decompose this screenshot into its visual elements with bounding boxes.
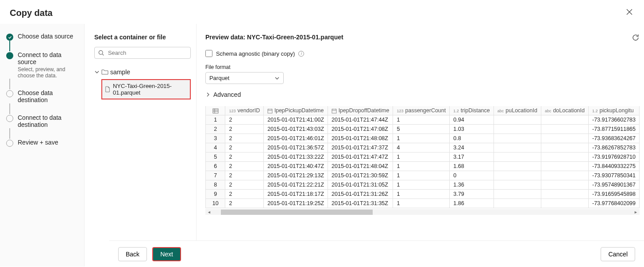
schema-agnostic-checkbox[interactable] xyxy=(205,50,212,57)
column-header[interactable]: 1.2pickupLongitu xyxy=(588,106,639,115)
svg-point-0 xyxy=(99,50,103,54)
advanced-toggle[interactable]: Advanced xyxy=(205,91,640,98)
tree-folder-sample[interactable]: sample xyxy=(94,67,191,77)
table-cell: -73.97768402099 xyxy=(588,199,639,208)
column-header[interactable]: 123passengerCount xyxy=(393,106,450,115)
step-label: Connect to data source xyxy=(18,51,80,65)
file-format-select[interactable]: Parquet xyxy=(205,72,284,84)
column-header[interactable]: abcpuLocationId xyxy=(494,106,541,115)
table-cell: 3.17 xyxy=(450,153,494,162)
file-label: NYC-Taxi-Green-2015-01.parquet xyxy=(113,83,187,96)
table-cell: 3.24 xyxy=(450,143,494,153)
table-cell: 2 xyxy=(225,153,264,162)
close-button[interactable] xyxy=(625,7,634,19)
table-row[interactable]: 222015-01-01T21:43:03Z2015-01-01T21:47:0… xyxy=(206,125,640,134)
column-header[interactable]: 1.2tripDistance xyxy=(450,106,494,115)
table-cell: 1 xyxy=(393,115,450,125)
column-header[interactable]: lpepPickupDatetime xyxy=(264,106,328,115)
table-cell: 2015-01-01T21:46:01Z xyxy=(264,134,328,143)
table-cell: 8 xyxy=(206,180,225,190)
table-cell xyxy=(541,125,588,134)
table-cell: 2015-01-01T21:47:44Z xyxy=(328,115,393,125)
table-cell: 3 xyxy=(206,134,225,143)
table-cell: 2 xyxy=(225,171,264,180)
table-cell: 10 xyxy=(206,199,225,208)
table-cell: 1 xyxy=(393,180,450,190)
table-cell: 2015-01-01T21:47:37Z xyxy=(328,143,393,153)
table-row[interactable]: 522015-01-01T21:33:22Z2015-01-01T21:47:4… xyxy=(206,153,640,162)
table-cell xyxy=(494,134,541,143)
table-cell xyxy=(494,115,541,125)
table-cell: 2015-01-01T21:31:26Z xyxy=(328,190,393,199)
table-row[interactable]: 822015-01-01T21:22:21Z2015-01-01T21:31:0… xyxy=(206,180,640,190)
table-cell: -73.95748901367 xyxy=(588,180,639,190)
info-icon[interactable]: i xyxy=(298,51,304,57)
table-row[interactable]: 922015-01-01T21:18:17Z2015-01-01T21:31:2… xyxy=(206,190,640,199)
table-cell: 0 xyxy=(450,171,494,180)
step-choose-data-destination[interactable]: Choose data destination xyxy=(6,89,80,103)
table-cell xyxy=(541,199,588,208)
table-cell: 5 xyxy=(206,153,225,162)
scroll-thumb[interactable] xyxy=(221,210,373,215)
table-cell: 1.03 xyxy=(450,125,494,134)
search-input[interactable] xyxy=(94,47,191,59)
table-cell: 2 xyxy=(225,134,264,143)
table-cell: 2015-01-01T21:36:57Z xyxy=(264,143,328,153)
table-row[interactable]: 322015-01-01T21:46:01Z2015-01-01T21:48:0… xyxy=(206,134,640,143)
table-row[interactable]: 122015-01-01T21:41:00Z2015-01-01T21:47:4… xyxy=(206,115,640,125)
horizontal-scrollbar[interactable]: ◄ ► xyxy=(205,209,640,215)
preview-data-table[interactable]: 123vendorIDlpepPickupDatetimelpepDropoff… xyxy=(205,106,640,208)
table-cell: 2 xyxy=(225,162,264,171)
column-header[interactable]: 123vendorID xyxy=(225,106,264,115)
back-button[interactable]: Back xyxy=(118,247,147,261)
folder-label: sample xyxy=(110,69,130,76)
table-cell: 1 xyxy=(393,190,450,199)
table-cell: 2 xyxy=(225,180,264,190)
table-cell: 1 xyxy=(206,115,225,125)
table-cell: -73.93683624267 xyxy=(588,134,639,143)
step-review-save[interactable]: Review + save xyxy=(6,139,80,147)
table-cell: 2015-01-01T21:48:08Z xyxy=(328,134,393,143)
column-header[interactable]: lpepDropoffDatetime xyxy=(328,106,393,115)
table-cell: 5 xyxy=(393,125,450,134)
table-cell: 4 xyxy=(393,143,450,153)
folder-icon xyxy=(101,69,108,75)
scroll-right-arrow[interactable]: ► xyxy=(632,210,640,214)
step-connect-to-data-source[interactable]: Connect to data source Select, preview, … xyxy=(6,51,80,79)
table-row[interactable]: 422015-01-01T21:36:57Z2015-01-01T21:47:3… xyxy=(206,143,640,153)
refresh-button[interactable] xyxy=(632,34,640,43)
table-row[interactable]: 622015-01-01T21:40:47Z2015-01-01T21:48:0… xyxy=(206,162,640,171)
check-icon xyxy=(6,34,13,41)
table-cell xyxy=(494,199,541,208)
table-cell: 2015-01-01T21:30:59Z xyxy=(328,171,393,180)
svg-rect-2 xyxy=(213,109,218,113)
page-title: Copy data xyxy=(10,8,53,18)
next-button[interactable]: Next xyxy=(152,247,181,261)
search-icon xyxy=(98,50,104,56)
table-cell: 1.68 xyxy=(450,162,494,171)
table-cell: 3.79 xyxy=(450,190,494,199)
table-cell: -73.91976928710 xyxy=(588,153,639,162)
table-cell: 7 xyxy=(206,171,225,180)
step-choose-data-source[interactable]: Choose data source xyxy=(6,33,80,41)
table-cell: 1 xyxy=(393,162,450,171)
table-cell: 2015-01-01T21:18:17Z xyxy=(264,190,328,199)
cancel-button[interactable]: Cancel xyxy=(601,247,635,261)
search-field[interactable] xyxy=(108,50,187,56)
chevron-right-icon xyxy=(205,92,211,97)
tree-file-selected[interactable]: NYC-Taxi-Green-2015-01.parquet xyxy=(101,79,191,99)
table-cell: 1 xyxy=(393,153,450,162)
column-header[interactable]: abcdoLocationId xyxy=(541,106,588,115)
table-cell xyxy=(541,190,588,199)
refresh-icon xyxy=(632,34,640,42)
step-connector xyxy=(9,79,10,89)
table-row[interactable]: 722015-01-01T21:29:13Z2015-01-01T21:30:5… xyxy=(206,171,640,180)
table-row[interactable]: 1022015-01-01T21:19:25Z2015-01-01T21:31:… xyxy=(206,199,640,208)
table-cell: 2 xyxy=(225,125,264,134)
scroll-left-arrow[interactable]: ◄ xyxy=(205,210,213,214)
step-connect-to-data-destination[interactable]: Connect to data destination xyxy=(6,114,80,128)
table-cell xyxy=(494,153,541,162)
table-cell: 9 xyxy=(206,190,225,199)
table-cell: 2015-01-01T21:22:21Z xyxy=(264,180,328,190)
table-cell: 2 xyxy=(225,199,264,208)
